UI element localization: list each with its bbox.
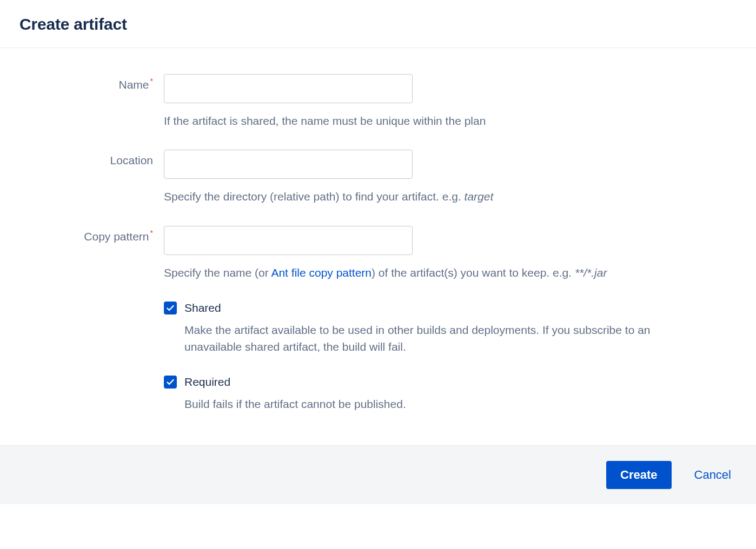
location-help: Specify the directory (relative path) to… [164,189,688,205]
form-body: Name* If the artifact is shared, the nam… [0,48,756,445]
ant-pattern-link[interactable]: Ant file copy pattern [271,266,372,279]
label-col: Location [19,150,164,167]
label-col: Copy pattern* [19,226,164,243]
required-checkbox-row: Required [164,376,705,389]
field-col: Required Build fails if the artifact can… [164,376,705,412]
help-text-post: ) of the artifact(s) you want to keep. e… [372,266,575,279]
help-example: target [465,190,494,203]
checkmark-icon [166,304,175,312]
name-help: If the artifact is shared, the name must… [164,113,688,129]
copy-pattern-input[interactable] [164,226,413,255]
field-row-required: Required Build fails if the artifact can… [19,376,737,412]
field-col: If the artifact is shared, the name must… [164,74,705,129]
help-example: **/*.jar [575,266,607,279]
label-col: Name* [19,74,164,91]
field-col: Shared Make the artifact available to be… [164,302,705,355]
shared-checkbox[interactable] [164,302,177,314]
copy-pattern-help: Specify the name (or Ant file copy patte… [164,265,688,281]
page-title: Create artifact [19,15,737,34]
help-text-pre: Specify the directory (relative path) to… [164,190,465,203]
help-text-pre: Specify the name (or [164,266,271,279]
field-row-location: Location Specify the directory (relative… [19,150,737,205]
name-input[interactable] [164,74,413,103]
create-button[interactable]: Create [606,461,671,489]
checkmark-icon [166,378,175,386]
field-col: Specify the directory (relative path) to… [164,150,705,205]
field-row-shared: Shared Make the artifact available to be… [19,302,737,355]
shared-checkbox-row: Shared [164,302,705,314]
label-col [19,376,164,380]
location-input[interactable] [164,150,413,179]
required-label: Required [184,376,230,389]
required-asterisk-icon: * [150,77,153,85]
cancel-button[interactable]: Cancel [689,461,737,489]
label-col [19,302,164,306]
location-label: Location [110,154,153,166]
copy-pattern-label: Copy pattern [84,230,149,243]
name-label: Name [119,78,149,91]
required-asterisk-icon: * [150,229,153,237]
field-row-name: Name* If the artifact is shared, the nam… [19,74,737,129]
required-checkbox[interactable] [164,376,177,389]
shared-label: Shared [184,302,221,314]
dialog-header: Create artifact [0,0,756,48]
field-col: Specify the name (or Ant file copy patte… [164,226,705,281]
required-help: Build fails if the artifact cannot be pu… [184,396,682,412]
dialog-footer: Create Cancel [0,445,756,504]
shared-help: Make the artifact available to be used i… [184,322,682,355]
field-row-copy-pattern: Copy pattern* Specify the name (or Ant f… [19,226,737,281]
